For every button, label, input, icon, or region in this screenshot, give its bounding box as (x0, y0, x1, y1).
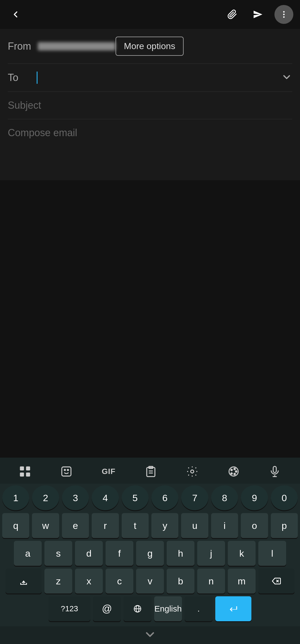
from-email-blurred (38, 42, 116, 50)
key-f[interactable]: f (106, 541, 133, 566)
svg-rect-21 (273, 466, 276, 473)
svg-point-20 (231, 473, 232, 475)
key-g[interactable]: g (136, 541, 164, 566)
period-button[interactable]: . (185, 596, 212, 621)
key-8[interactable]: 8 (211, 485, 238, 510)
clipboard-button[interactable] (142, 463, 159, 480)
number-row: 1 2 3 4 5 6 7 8 9 0 (2, 485, 298, 510)
backspace-button[interactable] (258, 569, 294, 594)
gif-button[interactable]: GIF (99, 465, 118, 478)
keyboard: GIF (0, 458, 300, 644)
subject-placeholder: Subject (8, 100, 41, 111)
key-d[interactable]: d (75, 541, 103, 566)
compose-placeholder: Compose email (8, 127, 77, 138)
send-button[interactable] (249, 6, 267, 23)
key-n[interactable]: n (197, 569, 225, 594)
key-w[interactable]: w (32, 513, 59, 538)
svg-point-1 (283, 14, 284, 15)
key-h[interactable]: h (167, 541, 194, 566)
svg-point-9 (68, 469, 69, 470)
key-v[interactable]: v (136, 569, 164, 594)
svg-point-19 (234, 473, 235, 475)
space-button[interactable]: English (154, 596, 182, 621)
svg-point-2 (283, 16, 284, 18)
from-label: From (8, 40, 36, 52)
key-p[interactable]: p (271, 513, 298, 538)
key-1[interactable]: 1 (2, 485, 29, 510)
svg-point-16 (231, 469, 232, 471)
settings-button[interactable] (184, 463, 201, 480)
numbers-toggle-button[interactable]: ?123 (49, 596, 90, 621)
compose-area: From More options To Subject Compose ema… (0, 29, 300, 180)
top-bar (0, 0, 300, 29)
attach-button[interactable] (223, 6, 241, 23)
qwerty-row: q w e r t y u i o p (2, 513, 298, 538)
key-r[interactable]: r (92, 513, 119, 538)
shift-button[interactable] (6, 569, 42, 594)
svg-point-18 (235, 471, 237, 472)
zxcv-row: z x c v b n m (2, 569, 298, 594)
key-9[interactable]: 9 (241, 485, 268, 510)
key-3[interactable]: 3 (62, 485, 89, 510)
theme-button[interactable] (225, 463, 242, 480)
key-z[interactable]: z (44, 569, 72, 594)
svg-rect-3 (20, 466, 24, 471)
key-m[interactable]: m (228, 569, 256, 594)
emoji-button[interactable] (17, 463, 33, 480)
key-q[interactable]: q (2, 513, 29, 538)
key-c[interactable]: c (106, 569, 133, 594)
key-i[interactable]: i (211, 513, 238, 538)
key-j[interactable]: j (197, 541, 225, 566)
key-b[interactable]: b (167, 569, 194, 594)
svg-point-0 (283, 11, 284, 12)
key-a[interactable]: a (14, 541, 42, 566)
key-0[interactable]: 0 (271, 485, 298, 510)
to-row[interactable]: To (8, 64, 292, 92)
svg-point-17 (234, 468, 235, 470)
svg-point-14 (191, 470, 194, 473)
back-button[interactable] (7, 6, 24, 23)
compose-body[interactable]: Compose email (8, 119, 292, 180)
more-options-btn[interactable]: More options (116, 37, 184, 56)
key-x[interactable]: x (75, 569, 103, 594)
svg-rect-6 (26, 473, 30, 477)
key-5[interactable]: 5 (122, 485, 149, 510)
bottom-row: ?123 @ English . (2, 596, 298, 621)
key-s[interactable]: s (44, 541, 72, 566)
from-row: From More options (8, 29, 292, 64)
key-t[interactable]: t (122, 513, 149, 538)
asdf-row: a s d f g h j k l (2, 541, 298, 566)
key-6[interactable]: 6 (151, 485, 178, 510)
at-button[interactable]: @ (93, 596, 121, 621)
key-7[interactable]: 7 (181, 485, 208, 510)
svg-rect-7 (62, 467, 71, 476)
more-options-button[interactable] (274, 5, 293, 24)
key-l[interactable]: l (258, 541, 286, 566)
keyboard-dismiss-area[interactable] (0, 626, 300, 644)
subject-row[interactable]: Subject (8, 92, 292, 119)
key-4[interactable]: 4 (92, 485, 119, 510)
cursor (37, 72, 38, 84)
sticker-button[interactable] (58, 463, 75, 480)
to-label: To (8, 72, 36, 83)
key-k[interactable]: k (228, 541, 256, 566)
keyboard-toolbar: GIF (0, 458, 300, 484)
gif-label: GIF (102, 467, 116, 476)
mic-button[interactable] (266, 463, 283, 480)
svg-rect-5 (20, 473, 24, 477)
key-e[interactable]: e (62, 513, 89, 538)
keyboard-dismiss-icon (143, 628, 157, 641)
key-u[interactable]: u (181, 513, 208, 538)
expand-recipients-button[interactable] (281, 72, 292, 84)
globe-button[interactable] (124, 596, 151, 621)
key-2[interactable]: 2 (32, 485, 59, 510)
key-y[interactable]: y (151, 513, 178, 538)
key-o[interactable]: o (241, 513, 268, 538)
keyboard-keys: 1 2 3 4 5 6 7 8 9 0 q w e r t y u i o p … (0, 484, 300, 626)
svg-point-8 (64, 469, 66, 470)
enter-button[interactable] (215, 596, 251, 621)
svg-rect-4 (26, 466, 30, 471)
